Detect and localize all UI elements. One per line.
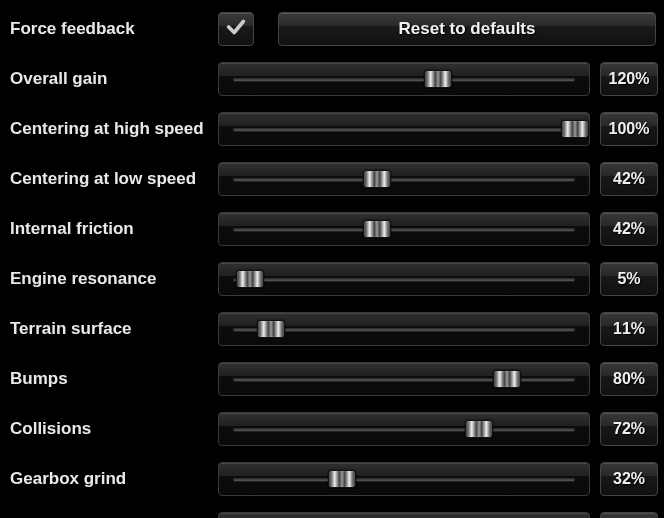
slider-row-centering-high-speed: Centering at high speed 100% <box>6 106 658 152</box>
slider-label: Overall gain <box>6 69 218 89</box>
slider-thumb[interactable] <box>363 220 391 238</box>
slider-overall-gain[interactable] <box>218 62 590 96</box>
slider-centering-high-speed[interactable] <box>218 112 590 146</box>
slider-track <box>233 427 575 431</box>
slider-track <box>233 227 575 231</box>
slider-value: 100% <box>600 112 658 146</box>
slider-row-engine-resonance: Engine resonance 5% <box>6 256 658 302</box>
slider-value: 32% <box>600 512 658 518</box>
slider-bumps[interactable] <box>218 362 590 396</box>
slider-row-bumps: Bumps 80% <box>6 356 658 402</box>
header-row: Force feedback Reset to defaults <box>6 6 658 52</box>
force-feedback-panel: Force feedback Reset to defaults Overall… <box>0 0 664 518</box>
slider-label: Collisions <box>6 419 218 439</box>
slider-row-gearbox-grind: Gearbox grind 32% <box>6 456 658 502</box>
slider-track <box>233 127 575 131</box>
slider-value: 42% <box>600 212 658 246</box>
slider-value: 5% <box>600 262 658 296</box>
slider-centering-low-speed[interactable] <box>218 162 590 196</box>
slider-thumb[interactable] <box>257 320 285 338</box>
slider-label: Centering at high speed <box>6 119 218 139</box>
check-icon <box>225 16 247 42</box>
slider-label: Gearbox grind <box>6 469 218 489</box>
slider-collisions[interactable] <box>218 412 590 446</box>
slider-label: Centering at low speed <box>6 169 218 189</box>
slider-terrain-surface[interactable] <box>218 312 590 346</box>
slider-track <box>233 477 575 481</box>
slider-label: Internal friction <box>6 219 218 239</box>
slider-track <box>233 277 575 281</box>
slider-thumb[interactable] <box>363 170 391 188</box>
slider-thumb[interactable] <box>328 470 356 488</box>
slider-engine-resonance[interactable] <box>218 262 590 296</box>
slider-track <box>233 327 575 331</box>
slider-thumb[interactable] <box>561 120 589 138</box>
slider-value: 42% <box>600 162 658 196</box>
slider-row-overall-gain: Overall gain 120% <box>6 56 658 102</box>
slider-value: 32% <box>600 462 658 496</box>
force-feedback-checkbox[interactable] <box>218 12 254 46</box>
slider-track <box>233 177 575 181</box>
slider-track <box>233 377 575 381</box>
slider-gearbox-grind[interactable] <box>218 462 590 496</box>
slider-row-terrain-surface: Terrain surface 11% <box>6 306 658 352</box>
slider-value: 120% <box>600 62 658 96</box>
slider-value: 80% <box>600 362 658 396</box>
slider-thumb[interactable] <box>424 70 452 88</box>
slider-label: Terrain surface <box>6 319 218 339</box>
slider-label: Engine resonance <box>6 269 218 289</box>
panel-title: Force feedback <box>6 19 218 39</box>
slider-thumb[interactable] <box>493 370 521 388</box>
slider-row-internal-friction: Internal friction 42% <box>6 206 658 252</box>
slider-value: 11% <box>600 312 658 346</box>
slider-row-collisions: Collisions 72% <box>6 406 658 452</box>
slider-value: 72% <box>600 412 658 446</box>
slider-thumb[interactable] <box>236 270 264 288</box>
slider-understeer-slip[interactable] <box>218 512 590 518</box>
reset-to-defaults-button[interactable]: Reset to defaults <box>278 12 656 46</box>
slider-thumb[interactable] <box>465 420 493 438</box>
slider-row-centering-low-speed: Centering at low speed 42% <box>6 156 658 202</box>
slider-label: Bumps <box>6 369 218 389</box>
slider-track <box>233 77 575 81</box>
slider-row-understeer-slip: Understeer slip 32% <box>6 506 658 518</box>
slider-internal-friction[interactable] <box>218 212 590 246</box>
